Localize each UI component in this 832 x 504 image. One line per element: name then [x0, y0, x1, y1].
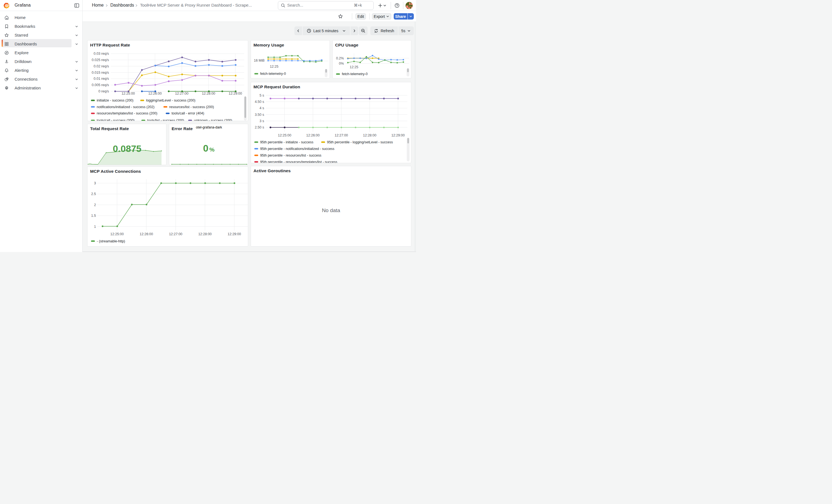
svg-text:fetch-telemetry-0: fetch-telemetry-0	[260, 72, 286, 76]
svg-text:0%: 0%	[339, 61, 344, 65]
svg-text:95th percentile - logging/setL: 95th percentile - logging/setLevel - suc…	[327, 140, 393, 144]
svg-text:notifications/initialized - su: notifications/initialized - success (202…	[97, 105, 154, 109]
svg-text:3: 3	[94, 181, 96, 185]
svg-text:0.025 req/s: 0.025 req/s	[92, 58, 109, 62]
svg-text:fetch-telemetry-0: fetch-telemetry-0	[342, 72, 368, 76]
svg-text:resources/list - success (200): resources/list - success (200)	[169, 105, 214, 109]
svg-text:resources/templates/list - suc: resources/templates/list - success (200)	[97, 111, 157, 115]
svg-text:%: %	[209, 147, 215, 153]
svg-text:0.03 req/s: 0.03 req/s	[94, 52, 109, 56]
svg-text:16 MiB: 16 MiB	[254, 58, 265, 62]
svg-text:12:27:00: 12:27:00	[175, 91, 188, 95]
svg-text:0.2%: 0.2%	[336, 56, 344, 60]
svg-text:1.5: 1.5	[91, 214, 96, 218]
svg-text:0.01 req/s: 0.01 req/s	[94, 77, 109, 81]
svg-text:12:29:00: 12:29:00	[391, 133, 405, 137]
svg-text:95th percentile - resources/li: 95th percentile - resources/list - succe…	[260, 153, 321, 157]
svg-text:12:26:00: 12:26:00	[139, 232, 153, 236]
svg-text:12:29:00: 12:29:00	[228, 232, 241, 236]
svg-text:12:28:00: 12:28:00	[363, 133, 376, 137]
svg-text:tools/call - success (200): tools/call - success (200)	[97, 118, 134, 121]
svg-text:12:27:00: 12:27:00	[335, 133, 348, 137]
svg-text:3 s: 3 s	[259, 119, 264, 123]
svg-text:95th percentile - initialize -: 95th percentile - initialize - success	[260, 140, 313, 144]
svg-text:12:29:00: 12:29:00	[229, 91, 242, 95]
svg-text:unknown - success (200): unknown - success (200)	[194, 118, 232, 121]
svg-text:12:25: 12:25	[350, 65, 358, 69]
svg-text:2.50 s: 2.50 s	[255, 126, 264, 129]
svg-text:4.50 s: 4.50 s	[255, 100, 264, 104]
svg-text:12:25:00: 12:25:00	[278, 133, 291, 137]
svg-text:12:28:00: 12:28:00	[202, 91, 215, 95]
svg-text:logging/setLevel - success (20: logging/setLevel - success (200)	[146, 99, 195, 102]
svg-text:12:25: 12:25	[270, 65, 279, 69]
svg-text:5 s: 5 s	[259, 93, 264, 97]
svg-text:12:28:00: 12:28:00	[198, 232, 212, 236]
svg-text:0.015 req/s: 0.015 req/s	[92, 71, 109, 74]
svg-text:12:25:00: 12:25:00	[121, 91, 135, 95]
svg-text:tools/call - error (404): tools/call - error (404)	[172, 111, 204, 115]
svg-text:12:26:00: 12:26:00	[148, 91, 162, 95]
svg-text:0.0875: 0.0875	[113, 143, 141, 154]
svg-text:0.02 req/s: 0.02 req/s	[94, 64, 109, 68]
svg-text:2.5: 2.5	[91, 192, 96, 196]
svg-text:2: 2	[94, 203, 96, 207]
svg-text:3.50 s: 3.50 s	[255, 112, 264, 116]
svg-text:otel-grafana-dark: otel-grafana-dark	[196, 126, 222, 129]
svg-text:0.005 req/s: 0.005 req/s	[92, 83, 109, 87]
svg-text:12:25:00: 12:25:00	[110, 232, 124, 236]
svg-text:4 s: 4 s	[259, 106, 264, 110]
svg-text:12:26:00: 12:26:00	[306, 133, 320, 137]
svg-text:95th percentile - resources/te: 95th percentile - resources/templates/li…	[260, 160, 337, 163]
svg-text:95th percentile - notification: 95th percentile - notifications/initiali…	[260, 147, 334, 151]
svg-text:- (streamable-http): - (streamable-http)	[97, 239, 125, 243]
svg-text:1: 1	[94, 225, 96, 229]
svg-text:0 req/s: 0 req/s	[98, 89, 109, 93]
svg-text:tools/list - success (200): tools/list - success (200)	[147, 118, 184, 121]
svg-text:0: 0	[203, 143, 208, 154]
svg-text:12:27:00: 12:27:00	[169, 232, 182, 236]
svg-text:initialize - success (200): initialize - success (200)	[97, 99, 133, 102]
